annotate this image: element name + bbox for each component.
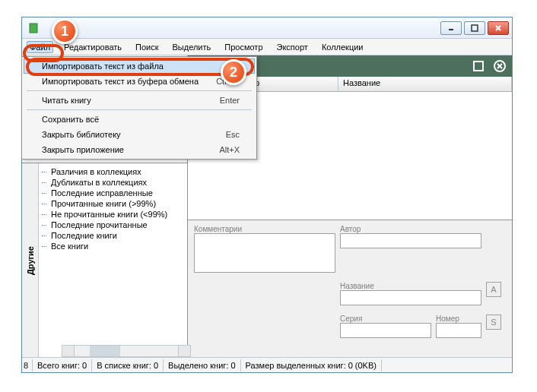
scroll-right-icon[interactable] [178,346,190,356]
menu-separator [27,109,252,110]
menu-separator [27,90,252,91]
label-comments: Комментарии [194,225,335,233]
tree-scrollbar[interactable] [62,345,191,357]
menu-close-library[interactable]: Закрыть библиотекуEsc [24,127,255,142]
statusbar: 8 Всего книг: 0 В списке книг: 0 Выделен… [22,357,512,372]
app-icon [28,22,40,34]
comments-field[interactable] [194,233,335,273]
tree-item[interactable]: Последние прочитанные [40,220,186,230]
scroll-left-icon[interactable] [62,346,75,356]
series-field[interactable] [340,323,431,338]
menu-collections[interactable]: Коллекции [319,41,367,53]
tree: Различия в коллекциях Дубликаты в коллек… [39,163,187,357]
tree-item[interactable]: Прочитанные книги (>99%) [40,198,186,209]
menubar: Файл Редактировать Поиск Выделить Просмо… [22,39,512,55]
menu-read-book[interactable]: Читать книгуEnter [24,93,255,108]
tree-item[interactable]: Последние исправленные [40,188,186,198]
label-number: Номер [436,315,481,323]
status-leading: 8 [22,359,33,371]
status-selected: Выделено книг: 0 [164,359,240,371]
sidebar-tab-other[interactable]: Другие [22,163,39,357]
svg-rect-2 [472,25,478,31]
menu-export[interactable]: Экспорт [274,41,311,53]
svg-rect-8 [474,62,483,71]
tree-item[interactable]: Не прочитанные книги (<99%) [40,209,186,220]
tree-item[interactable]: Все книги [40,241,186,251]
close-button[interactable] [488,21,509,35]
maximize-pane-icon[interactable] [471,58,486,74]
svg-rect-0 [30,24,37,33]
maximize-button[interactable] [464,21,485,35]
title-field[interactable] [340,290,481,305]
menu-close-app[interactable]: Закрыть приложениеAlt+X [24,142,255,157]
close-pane-icon[interactable] [492,58,507,74]
menu-save-all[interactable]: Сохранить всё [24,112,255,127]
series-button[interactable]: S [486,315,501,330]
status-inlist: В списке книг: 0 [92,359,164,371]
status-size: Размер выделенных книг: 0 (0KB) [241,359,382,371]
left-bottom-pane: Другие Различия в коллекциях Дубликаты в… [22,163,187,357]
status-total: Всего книг: 0 [33,359,92,371]
detail-panel: Комментарии Автор Название A Серия Номер… [188,220,512,357]
annotation-callout-2: 2 [221,59,246,85]
col-title[interactable]: Название [338,77,512,91]
titlebar [22,17,512,39]
annotation-callout-1: 1 [52,18,78,44]
tree-item[interactable]: Дубликаты в коллекциях [40,177,186,188]
author-field[interactable] [340,233,481,248]
tree-item[interactable]: Различия в коллекциях [40,166,186,177]
label-title: Название [340,282,481,290]
tree-item[interactable]: Последние книги [40,230,186,241]
menu-import-from-clipboard[interactable]: Импортировать текст из буфера обменаCtrl… [24,74,255,89]
label-series: Серия [340,315,431,323]
menu-select[interactable]: Выделить [170,41,214,53]
scroll-thumb[interactable] [90,346,120,356]
menu-view[interactable]: Просмотр [221,41,265,53]
author-button[interactable]: A [486,282,501,297]
number-field[interactable] [436,323,481,338]
minimize-button[interactable] [440,21,462,35]
menu-search[interactable]: Поиск [132,41,161,53]
label-author: Автор [340,225,481,233]
menu-file[interactable]: Файл [27,41,53,53]
